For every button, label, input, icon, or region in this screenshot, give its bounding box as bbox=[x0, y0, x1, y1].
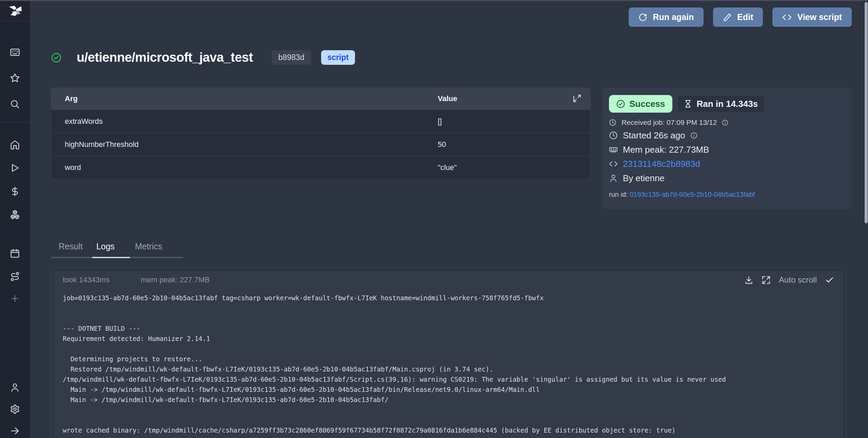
log-line: Main -> /tmp/windmill/wk-default-fbwfx-L… bbox=[63, 395, 843, 405]
log-line bbox=[63, 415, 843, 425]
collapse-arrow-right-icon[interactable] bbox=[0, 425, 30, 436]
clock-icon bbox=[609, 131, 618, 140]
hash-badge: b8983d bbox=[272, 50, 311, 65]
log-line: Determining projects to restore... bbox=[63, 354, 843, 364]
clock-icon bbox=[609, 119, 616, 126]
run-id-link[interactable]: 0193c135-ab7d-60e5-2b10-04b5ac13fabf bbox=[630, 191, 755, 198]
info-icon[interactable] bbox=[722, 119, 728, 126]
log-line: Requirement detected: Humanizer 2.14.1 bbox=[63, 334, 843, 344]
log-line bbox=[63, 313, 843, 323]
auto-scroll-label: Auto scroll bbox=[779, 275, 817, 285]
pencil-icon bbox=[723, 13, 732, 22]
ran-in-badge: Ran in 14.343s bbox=[678, 96, 764, 112]
memory-icon bbox=[609, 145, 618, 154]
run-again-button[interactable]: Run again bbox=[629, 7, 704, 27]
tab-logs[interactable]: Logs bbox=[92, 242, 130, 258]
col-arg: Arg bbox=[51, 94, 424, 103]
run-again-label: Run again bbox=[653, 12, 694, 22]
log-header: took 14343ms mem peak: 227.7MB Auto scro… bbox=[55, 271, 843, 286]
args-table-header: Arg Value bbox=[51, 88, 590, 110]
code-icon bbox=[782, 13, 792, 22]
add-plus-icon[interactable] bbox=[0, 294, 30, 303]
log-line: wrote cached binary: /tmp/windmill/cache… bbox=[63, 425, 843, 435]
user-icon[interactable] bbox=[0, 382, 30, 393]
sidebar-divider bbox=[0, 122, 30, 122]
table-row: highNumberThreshold 50 bbox=[51, 133, 590, 156]
by-user-label: By etienne bbox=[623, 173, 665, 184]
arg-value: [] bbox=[424, 117, 590, 126]
log-line: /tmp/windmill/wk-default-fbwfx-L7IeK/019… bbox=[63, 374, 843, 384]
args-table: Arg Value extraWords [] highNumberThresh… bbox=[51, 88, 591, 179]
ran-in-label: Ran in 14.343s bbox=[697, 99, 758, 109]
arg-value: "clue" bbox=[424, 163, 590, 172]
settings-gear-icon[interactable] bbox=[0, 404, 30, 415]
col-value: Value bbox=[424, 94, 590, 103]
edit-label: Edit bbox=[737, 12, 753, 22]
run-id-label: run id: bbox=[609, 191, 628, 198]
table-row: word "clue" bbox=[51, 156, 590, 179]
job-info-card: Success Ran in 14.343s Received job: 07:… bbox=[602, 88, 852, 209]
log-viewer[interactable]: took 14343ms mem peak: 227.7MB Auto scro… bbox=[55, 271, 843, 438]
status-badge: Success bbox=[609, 95, 672, 113]
success-check-circle-icon bbox=[51, 52, 62, 63]
arg-name: highNumberThreshold bbox=[51, 140, 424, 149]
page-scrollbar[interactable] bbox=[865, 2, 868, 223]
home-icon[interactable] bbox=[0, 139, 30, 150]
windmill-logo[interactable] bbox=[0, 3, 30, 18]
flows-route-icon[interactable] bbox=[0, 271, 30, 282]
refresh-icon bbox=[638, 13, 647, 22]
topbar-actions: Run again Edit View script bbox=[629, 7, 852, 27]
received-job-label: Received job: 07:09 PM 13/12 bbox=[622, 118, 717, 127]
tab-metrics[interactable]: Metrics bbox=[130, 242, 174, 258]
log-line: Main -> /tmp/windmill/wk-default-fbwfx-L… bbox=[63, 384, 843, 395]
user-icon bbox=[609, 174, 618, 183]
sidebar-divider bbox=[0, 21, 30, 21]
download-logs-icon[interactable] bbox=[744, 275, 753, 285]
auto-scroll-checkbox[interactable] bbox=[825, 275, 834, 285]
search-icon[interactable] bbox=[0, 99, 30, 110]
view-script-label: View script bbox=[797, 12, 842, 22]
expand-table-icon[interactable] bbox=[573, 94, 581, 103]
log-line bbox=[63, 344, 843, 354]
top-accent-line bbox=[0, 0, 868, 1]
log-line: --- DOTNET BUILD --- bbox=[63, 323, 843, 334]
edit-button[interactable]: Edit bbox=[713, 7, 763, 27]
hourglass-icon bbox=[684, 100, 692, 108]
log-line bbox=[63, 405, 843, 415]
mem-peak-label: Mem peak: 227.73MB bbox=[623, 145, 709, 155]
log-line bbox=[63, 303, 843, 313]
check-circle-icon bbox=[616, 99, 625, 109]
expand-logs-icon[interactable] bbox=[762, 275, 771, 285]
title-row: u/etienne/microsoft_java_test b8983d scr… bbox=[51, 50, 355, 65]
log-line: job=0193c135-ab7d-60e5-2b10-04b5ac13fabf… bbox=[63, 293, 843, 303]
arg-name: word bbox=[51, 163, 424, 172]
view-script-button[interactable]: View script bbox=[772, 7, 852, 27]
arg-name: extraWords bbox=[51, 117, 424, 126]
info-icon[interactable] bbox=[690, 132, 697, 139]
log-took-label: took 14343ms bbox=[63, 275, 110, 284]
variables-dollar-icon[interactable] bbox=[0, 186, 30, 197]
script-kind-badge: script bbox=[321, 50, 355, 65]
favorites-star-icon[interactable] bbox=[0, 73, 30, 83]
log-mem-peak-label: mem peak: 227.7MB bbox=[141, 275, 210, 284]
log-line: Restored /tmp/windmill/wk-default-fbwfx-… bbox=[63, 364, 843, 374]
tab-result[interactable]: Result bbox=[51, 242, 92, 258]
code-icon bbox=[609, 159, 618, 168]
log-output: job=0193c135-ab7d-60e5-2b10-04b5ac13fabf… bbox=[55, 286, 843, 435]
result-tabs: Result Logs Metrics bbox=[51, 242, 183, 258]
started-label: Started 26s ago bbox=[623, 130, 685, 141]
script-hash-link[interactable]: 23131148c2b8983d bbox=[623, 159, 700, 169]
table-row: extraWords [] bbox=[51, 110, 590, 133]
sidebar bbox=[0, 0, 30, 438]
arg-value: 50 bbox=[424, 140, 590, 149]
tabs-underline-filler bbox=[174, 243, 183, 258]
status-label: Success bbox=[629, 99, 665, 109]
runs-play-icon[interactable] bbox=[0, 163, 30, 173]
schedules-calendar-icon[interactable] bbox=[0, 248, 30, 259]
apps-keyboard-icon[interactable] bbox=[0, 47, 30, 58]
logs-panel: took 14343ms mem peak: 227.7MB Auto scro… bbox=[51, 267, 847, 438]
page-title: u/etienne/microsoft_java_test bbox=[77, 50, 253, 65]
resources-boxes-icon[interactable] bbox=[0, 209, 30, 220]
